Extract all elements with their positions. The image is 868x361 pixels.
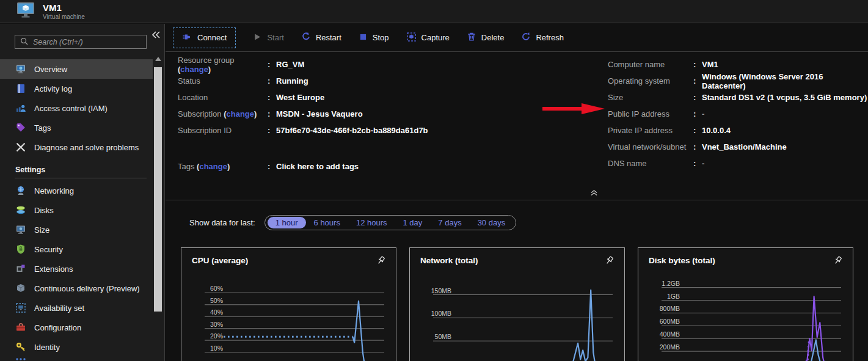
sidebar-item-label: Identity — [34, 343, 60, 352]
sidebar-item-configuration[interactable]: Configuration — [0, 318, 153, 337]
public-ip-value: - — [702, 109, 704, 119]
restart-button[interactable]: Restart — [301, 32, 341, 43]
ellipsis-icon — [15, 357, 26, 361]
stop-icon — [359, 32, 368, 43]
delete-button[interactable]: Delete — [467, 32, 505, 43]
svg-text:800MB: 800MB — [660, 305, 680, 312]
scrollbar-thumb[interactable] — [154, 67, 162, 312]
main-content: Connect Start Restart Stop Capture — [166, 24, 868, 361]
svg-text:600MB: 600MB — [660, 318, 680, 325]
sidebar-item-label: Size — [34, 225, 49, 235]
sidebar-item-size[interactable]: Size — [0, 220, 153, 239]
virtual-network-link[interactable]: Vnet_Bastion/Machine — [702, 142, 787, 151]
network-chart-card[interactable]: Network (total) 150MB100MB50MB — [409, 247, 625, 361]
time-option-12-hours[interactable]: 12 hours — [348, 217, 395, 228]
sidebar-item-availability-set[interactable]: Availability set — [0, 298, 153, 318]
sidebar-item-access-control[interactable]: Access control (IAM) — [0, 98, 153, 118]
sidebar-item-label: Continuous delivery (Preview) — [34, 284, 140, 293]
pin-icon[interactable] — [376, 255, 386, 268]
pin-icon[interactable] — [604, 255, 615, 268]
overview-icon — [15, 64, 26, 75]
sidebar-scrollbar[interactable] — [154, 54, 162, 361]
scrollbar-up-arrow[interactable] — [155, 57, 161, 61]
activity-log-icon — [15, 83, 26, 94]
computer-name-row: Computer name : VM1 — [608, 56, 868, 73]
chart-title: Disk bytes (total) — [649, 256, 715, 265]
capture-button[interactable]: Capture — [406, 32, 450, 44]
time-range-row: Show data for last: 1 hour 6 hours 12 ho… — [189, 215, 516, 230]
trash-icon — [467, 32, 476, 43]
time-option-7-days[interactable]: 7 days — [430, 217, 469, 228]
stop-button[interactable]: Stop — [359, 32, 389, 43]
sidebar: Overview Activity log Access control (IA… — [0, 24, 165, 361]
extensions-icon — [15, 263, 26, 274]
page-title: VM1 — [43, 3, 85, 12]
location-value: West Europe — [276, 93, 324, 102]
status-value: Running — [276, 76, 308, 86]
sidebar-item-identity[interactable]: Identity — [0, 337, 153, 357]
sidebar-item-networking[interactable]: Networking — [0, 181, 153, 200]
change-subscription-link[interactable]: change — [227, 109, 255, 119]
continuous-delivery-icon — [15, 283, 26, 294]
subscription-id-value: 57bf6e70-43de-466f-b2cb-ba889da61d7b — [276, 126, 428, 135]
svg-text:50%: 50% — [210, 297, 223, 304]
disks-icon — [15, 205, 26, 216]
collapse-essentials-icon[interactable] — [590, 188, 598, 199]
cpu-chart-card[interactable]: CPU (average) 60%50%40%30%20%10% — [181, 247, 396, 361]
chart-title: Network (total) — [420, 256, 478, 265]
vm-size-value: Standard DS1 v2 (1 vcpus, 3.5 GiB memory… — [702, 93, 867, 102]
operating-system-row: Operating system : Windows (Windows Serv… — [608, 73, 868, 89]
security-shield-icon — [15, 244, 26, 255]
sidebar-item-partial[interactable] — [0, 357, 153, 361]
sidebar-item-extensions[interactable]: Extensions — [0, 259, 153, 279]
sidebar-item-label: Configuration — [34, 323, 81, 332]
settings-section-header: Settings — [15, 166, 153, 174]
sidebar-item-label: Diagnose and solve problems — [34, 143, 139, 152]
annotation-arrow — [541, 101, 606, 119]
restart-icon — [301, 32, 311, 43]
search-input[interactable] — [33, 38, 137, 46]
svg-text:1.2GB: 1.2GB — [662, 280, 680, 287]
sidebar-item-tags[interactable]: Tags — [0, 118, 153, 137]
svg-text:60%: 60% — [210, 285, 223, 292]
page-subtitle: Virtual machine — [43, 13, 85, 20]
sidebar-item-continuous-delivery[interactable]: Continuous delivery (Preview) — [0, 279, 153, 298]
private-ip-row: Private IP address : 10.0.0.4 — [608, 122, 868, 139]
collapse-sidebar-icon[interactable] — [151, 30, 160, 41]
size-icon — [15, 224, 26, 235]
essentials-panel: Resource group (change) : RG_VM Status :… — [178, 56, 868, 175]
svg-text:50MB: 50MB — [435, 333, 451, 340]
start-icon — [253, 32, 262, 43]
sidebar-item-disks[interactable]: Disks — [0, 200, 153, 220]
sidebar-item-diagnose[interactable]: Diagnose and solve problems — [0, 137, 153, 157]
time-option-1-hour[interactable]: 1 hour — [268, 217, 306, 228]
sidebar-item-label: Extensions — [34, 264, 73, 274]
add-tags-link[interactable]: Click here to add tags — [276, 162, 359, 171]
change-resource-group-link[interactable]: change — [180, 65, 208, 74]
sidebar-item-overview[interactable]: Overview — [0, 59, 153, 79]
time-option-6-hours[interactable]: 6 hours — [306, 217, 348, 228]
start-button: Start — [253, 32, 283, 43]
change-tags-link[interactable]: change — [199, 162, 227, 171]
refresh-button[interactable]: Refresh — [521, 32, 564, 43]
size-row: Size : Standard DS1 v2 (1 vcpus, 3.5 GiB… — [608, 89, 868, 106]
time-option-30-days[interactable]: 30 days — [470, 217, 514, 228]
svg-text:1GB: 1GB — [667, 293, 680, 300]
svg-text:100MB: 100MB — [431, 310, 451, 317]
virtual-machine-icon — [16, 2, 35, 21]
time-option-1-day[interactable]: 1 day — [395, 217, 431, 228]
networking-icon — [15, 185, 26, 196]
sidebar-item-security[interactable]: Security — [0, 239, 153, 259]
connect-button[interactable]: Connect — [173, 27, 236, 48]
svg-text:30%: 30% — [210, 321, 223, 328]
disk-chart-card[interactable]: Disk bytes (total) 1.2GB1GB800MB600MB400… — [638, 247, 853, 361]
command-toolbar: Connect Start Restart Stop Capture — [166, 24, 868, 52]
subscription-link[interactable]: MSDN - Jesus Vaquero — [276, 109, 363, 119]
svg-text:20%: 20% — [210, 332, 223, 340]
resource-group-link[interactable]: RG_VM — [276, 60, 304, 69]
pin-icon[interactable] — [833, 255, 843, 268]
time-range-selector: 1 hour 6 hours 12 hours 1 day 7 days 30 … — [264, 215, 517, 230]
sidebar-item-label: Tags — [34, 123, 51, 133]
sidebar-item-activity-log[interactable]: Activity log — [0, 79, 153, 98]
time-range-label: Show data for last: — [189, 218, 255, 227]
